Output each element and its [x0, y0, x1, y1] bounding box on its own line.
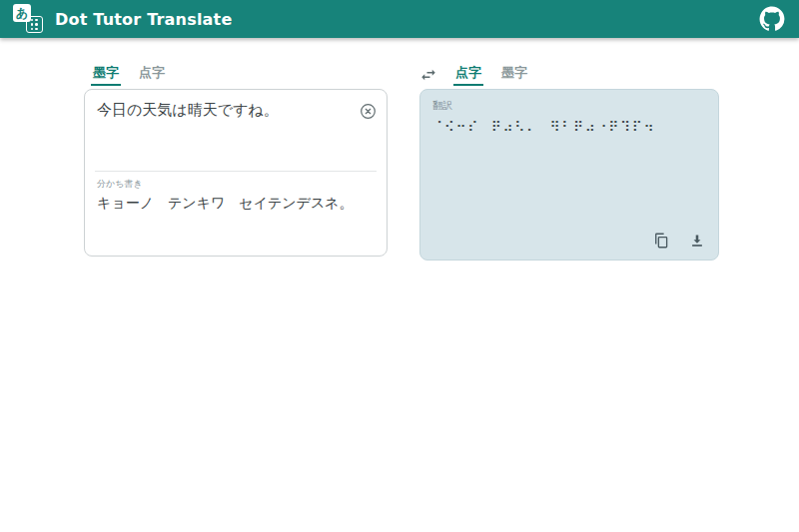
- target-tab-sumiji[interactable]: 墨字: [499, 65, 529, 86]
- segmented-label: 分かち書き: [97, 178, 375, 191]
- segmented-text: キョーノ テンキワ セイテンデスネ。: [97, 194, 375, 214]
- source-input-panel[interactable]: 今日の天気は晴天ですね。 分かち書き キョーノ テンキワ セイテンデスネ。: [84, 89, 388, 257]
- translation-label: 翻訳: [432, 99, 706, 113]
- target-section: 点字 墨字 翻訳 ⠈⠪⠒⠎⠀⠟⠴⠣⠄⠀⠻⠃⠟⠴⠐⠟⠹⠏⠲: [419, 65, 719, 261]
- download-button[interactable]: [688, 232, 706, 250]
- clear-circle-icon: [359, 102, 378, 121]
- output-actions: [432, 232, 706, 250]
- copy-button[interactable]: [652, 232, 670, 250]
- target-tabs: 点字 墨字: [419, 65, 719, 86]
- braille-output-text: ⠈⠪⠒⠎⠀⠟⠴⠣⠄⠀⠻⠃⠟⠴⠐⠟⠹⠏⠲: [432, 118, 706, 138]
- source-text-input[interactable]: 今日の天気は晴天ですね。: [97, 100, 358, 122]
- copy-icon: [652, 232, 670, 250]
- clear-input-button[interactable]: [358, 102, 378, 122]
- app-title: Dot Tutor Translate: [55, 10, 232, 29]
- download-icon: [688, 232, 706, 250]
- source-tabs: 墨字 点字: [84, 65, 388, 86]
- target-tab-tenji[interactable]: 点字: [453, 65, 483, 86]
- source-tab-sumiji[interactable]: 墨字: [91, 65, 121, 86]
- source-input-area: 今日の天気は晴天ですね。: [85, 90, 387, 171]
- source-tab-tenji[interactable]: 点字: [137, 65, 167, 86]
- github-link[interactable]: [758, 5, 786, 33]
- kanji-box-icon: あ: [13, 4, 31, 22]
- swap-languages-button[interactable]: [419, 66, 437, 84]
- segmented-area: 分かち書き キョーノ テンキワ セイテンデスネ。: [85, 172, 387, 220]
- main-content: 墨字 点字 今日の天気は晴天ですね。 分かち書き キョーノ テンキワ セイテンデ…: [0, 38, 799, 261]
- app-logo: あ: [13, 4, 43, 34]
- github-icon: [759, 6, 785, 32]
- swap-horizontal-icon: [419, 66, 437, 84]
- translation-output-panel: 翻訳 ⠈⠪⠒⠎⠀⠟⠴⠣⠄⠀⠻⠃⠟⠴⠐⠟⠹⠏⠲: [419, 89, 719, 261]
- logo-character: あ: [16, 5, 28, 22]
- source-section: 墨字 点字 今日の天気は晴天ですね。 分かち書き キョーノ テンキワ セイテンデ…: [84, 65, 388, 261]
- app-header: あ Dot Tutor Translate: [0, 0, 799, 38]
